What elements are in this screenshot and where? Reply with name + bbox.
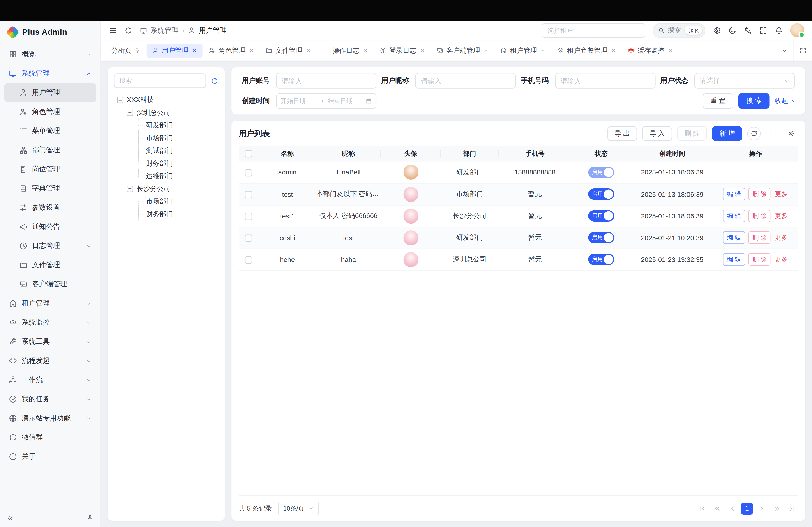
sidebar-item-19[interactable]: 演示站专用功能: [4, 409, 96, 427]
last-page-button[interactable]: [786, 502, 798, 515]
close-icon[interactable]: [362, 48, 368, 53]
prev-page-button[interactable]: [726, 502, 738, 515]
delete-button[interactable]: 删 除: [749, 210, 771, 222]
table-settings-button[interactable]: [784, 127, 798, 140]
refresh-page-icon[interactable]: [124, 26, 133, 34]
tab-1[interactable]: 用户管理: [147, 43, 203, 58]
sidebar-item-6[interactable]: 岗位管理: [4, 160, 96, 179]
row-checkbox[interactable]: [245, 191, 252, 198]
export-button[interactable]: 导 出: [607, 126, 637, 141]
tree-node-3[interactable]: 市场部门: [114, 132, 219, 145]
table-fullscreen-button[interactable]: [766, 127, 780, 140]
tree-node-1[interactable]: 深圳总公司: [114, 106, 219, 119]
next-group-button[interactable]: [770, 502, 783, 515]
sidebar-item-0[interactable]: 概览: [4, 45, 96, 64]
add-button[interactable]: 新 增: [712, 126, 742, 141]
status-toggle[interactable]: 启用: [588, 167, 614, 178]
sidebar-item-20[interactable]: 微信群: [4, 428, 96, 447]
collapse-sidebar-icon[interactable]: [7, 515, 14, 522]
sidebar-item-14[interactable]: 系统监控: [4, 313, 96, 332]
import-button[interactable]: 导 入: [642, 126, 672, 141]
more-button[interactable]: 更多: [774, 210, 788, 222]
settings-gear-icon[interactable]: [712, 26, 721, 34]
notifications-bell-icon[interactable]: [775, 26, 783, 34]
account-input[interactable]: [276, 73, 376, 89]
tab-8[interactable]: 租户套餐管理: [552, 43, 621, 58]
tab-list-dropdown-button[interactable]: [775, 40, 794, 61]
tree-collapse-icon[interactable]: [127, 109, 133, 116]
nickname-input[interactable]: [416, 73, 516, 89]
hamburger-menu-icon[interactable]: [109, 26, 117, 34]
sidebar-item-2[interactable]: 用户管理: [4, 84, 96, 102]
tree-collapse-icon[interactable]: [127, 186, 133, 192]
tab-0[interactable]: 分析页: [106, 43, 145, 58]
sidebar-item-16[interactable]: 流程发起: [4, 351, 96, 370]
tab-4[interactable]: 操作日志: [317, 43, 373, 58]
breadcrumb-item[interactable]: 系统管理: [151, 26, 179, 35]
more-button[interactable]: 更多: [774, 253, 788, 266]
prev-group-button[interactable]: [711, 502, 723, 515]
close-icon[interactable]: [667, 48, 673, 53]
table-refresh-button[interactable]: [747, 127, 761, 140]
sidebar-item-13[interactable]: 租户管理: [4, 294, 96, 313]
next-page-button[interactable]: [756, 502, 768, 515]
sidebar-item-11[interactable]: 文件管理: [4, 256, 96, 274]
sidebar-item-8[interactable]: 参数设置: [4, 198, 96, 217]
tab-6[interactable]: 客户端管理: [431, 43, 494, 58]
tree-node-6[interactable]: 运维部门: [114, 170, 219, 182]
sidebar-item-21[interactable]: 关于: [4, 447, 96, 466]
search-button[interactable]: 搜 索: [739, 93, 770, 109]
status-toggle[interactable]: 启用: [588, 189, 614, 200]
app-logo[interactable]: Plus Admin: [0, 21, 100, 44]
sidebar-item-7[interactable]: 字典管理: [4, 179, 96, 198]
close-icon[interactable]: [611, 48, 616, 53]
phone-input[interactable]: [555, 73, 655, 89]
delete-button[interactable]: 删 除: [749, 231, 771, 244]
sidebar-item-17[interactable]: 工作流: [4, 371, 96, 389]
row-checkbox[interactable]: [245, 235, 252, 242]
status-toggle[interactable]: 启用: [588, 210, 614, 222]
bulk-delete-button[interactable]: 删 除: [677, 126, 707, 141]
close-icon[interactable]: [249, 48, 254, 53]
sidebar-item-15[interactable]: 系统工具: [4, 332, 96, 351]
fullscreen-icon[interactable]: [759, 26, 768, 34]
close-icon[interactable]: [483, 48, 489, 53]
tree-refresh-icon[interactable]: [211, 77, 218, 85]
sidebar-item-18[interactable]: 我的任务: [4, 390, 96, 408]
tree-node-9[interactable]: 财务部门: [114, 208, 219, 221]
dark-mode-moon-icon[interactable]: [728, 26, 737, 34]
sidebar-item-9[interactable]: 通知公告: [4, 217, 96, 236]
tree-node-2[interactable]: 研发部门: [114, 119, 219, 132]
reset-button[interactable]: 重 置: [702, 93, 734, 109]
sidebar-item-1[interactable]: 系统管理: [4, 64, 96, 83]
row-checkbox[interactable]: [245, 256, 252, 263]
tree-search-input[interactable]: [114, 74, 206, 88]
sidebar-item-3[interactable]: 角色管理: [4, 103, 96, 121]
tree-node-0[interactable]: XXX科技: [114, 94, 219, 106]
close-icon[interactable]: [420, 48, 425, 53]
tree-node-5[interactable]: 财务部门: [114, 157, 219, 170]
tab-7[interactable]: 租户管理: [495, 43, 551, 58]
close-icon[interactable]: [191, 48, 197, 53]
tree-node-8[interactable]: 市场部门: [114, 195, 219, 208]
tree-collapse-icon[interactable]: [117, 97, 124, 103]
sidebar-item-10[interactable]: 日志管理: [4, 237, 96, 255]
edit-button[interactable]: 编 辑: [723, 188, 745, 200]
date-range-picker[interactable]: 开始日期 结束日期: [276, 93, 376, 109]
more-button[interactable]: 更多: [774, 188, 788, 200]
delete-button[interactable]: 删 除: [749, 188, 771, 200]
first-page-button[interactable]: [696, 502, 709, 515]
global-search-button[interactable]: 搜索 ⌘ K: [652, 23, 705, 37]
sidebar-item-5[interactable]: 部门管理: [4, 141, 96, 160]
close-icon[interactable]: [540, 48, 546, 53]
row-checkbox[interactable]: [245, 213, 252, 220]
status-toggle[interactable]: 启用: [588, 254, 614, 265]
current-page-button[interactable]: 1: [741, 502, 753, 514]
sidebar-item-12[interactable]: 客户端管理: [4, 275, 96, 294]
edit-button[interactable]: 编 辑: [723, 231, 745, 244]
close-icon[interactable]: [306, 48, 311, 53]
select-all-checkbox[interactable]: [245, 150, 252, 157]
tab-9[interactable]: 缓存监控: [623, 43, 679, 58]
more-button[interactable]: 更多: [774, 231, 788, 244]
pin-sidebar-icon[interactable]: [86, 515, 93, 522]
